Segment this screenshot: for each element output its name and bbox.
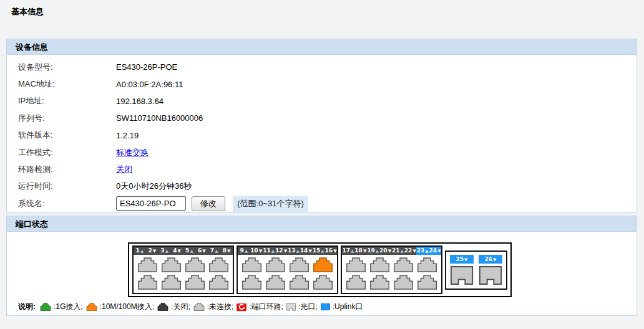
port-label-8: 8▼ <box>220 247 233 255</box>
system-name-hint: (范围:0~31个字符) <box>233 196 308 212</box>
port-label-7: 7▲ <box>208 247 220 255</box>
port-label-12: 12▼ <box>275 247 288 255</box>
legend-label: :Uplink口 <box>333 302 363 312</box>
legend-prefix: 说明: <box>18 302 36 312</box>
port-18-icon <box>346 275 366 290</box>
port-label-22: 22▼ <box>404 247 416 255</box>
fiber-legend-icon <box>286 303 296 311</box>
sfp-group: 25▼26▼ <box>445 250 507 290</box>
system-name-label: 系统名: <box>18 198 116 209</box>
ip-address-value: 192.168.3.64 <box>116 97 163 106</box>
row-serial-number: 序列号: SW110710NB16000006 <box>7 110 637 126</box>
port-label-20: 20▼ <box>379 247 392 255</box>
device-model-value: ES430-26P-POE <box>116 62 177 72</box>
loop-detect-label: 环路检测: <box>18 164 116 175</box>
port-15-icon <box>313 257 333 272</box>
port-1-icon <box>137 257 158 272</box>
loop-detect-link[interactable]: 关闭 <box>116 164 132 174</box>
page-title: 基本信息 <box>11 6 44 17</box>
port-label-4: 4▼ <box>171 247 183 255</box>
port-25-icon <box>450 266 474 285</box>
port-group-1: 1▲2▼3▲4▼5▲6▼7▲8▼ <box>132 246 234 294</box>
port-17-icon <box>346 257 366 272</box>
port-4-icon <box>161 275 182 290</box>
legend-label: :1G接入; <box>54 302 83 312</box>
port-21-icon <box>393 257 414 272</box>
system-name-input[interactable] <box>116 196 186 211</box>
port-label-18: 18▼ <box>354 247 367 255</box>
port-label-14: 14▼ <box>300 247 312 255</box>
port-group-3: 17▲18▼19▲20▼21▲22▼23▲24▼ <box>341 246 442 294</box>
port-label-25: 25▼ <box>450 255 474 264</box>
mac-address-label: MAC地址: <box>18 79 116 90</box>
port-19-icon <box>369 257 390 272</box>
port-label-2: 2▼ <box>146 247 159 255</box>
port-status-section: 端口状态 1▲2▼3▲4▼5▲6▼7▲8▼9▲10▼11▲12▼13▲14▼15… <box>6 216 637 316</box>
legend-item-uplink: :Uplink口 <box>321 302 363 312</box>
port-label-23: 23▲ <box>416 247 429 255</box>
firmware-version-value: 1.2.19 <box>116 131 139 140</box>
row-work-mode: 工作模式: 标准交换 <box>7 144 637 161</box>
port-label-6: 6▼ <box>195 247 208 255</box>
port-label-26: 26▼ <box>479 255 502 264</box>
port-11-icon <box>265 257 286 272</box>
unconnected-legend-icon <box>193 303 205 311</box>
port-label-13: 13▲ <box>288 247 300 255</box>
port-10-icon <box>242 275 262 290</box>
firmware-version-label: 软件版本: <box>18 130 116 141</box>
legend-label: :10M/100M接入; <box>100 302 154 312</box>
legend-label: :关闭; <box>171 302 190 312</box>
work-mode-label: 工作模式: <box>18 147 116 158</box>
legend-item-m100: :10M/100M接入; <box>86 302 154 312</box>
port-label-11: 11▲ <box>263 247 275 255</box>
modify-button[interactable]: 修改 <box>192 196 225 211</box>
legend-label: :端口环路; <box>249 302 283 312</box>
port-16-icon <box>313 275 333 290</box>
g1-legend-icon <box>40 303 51 311</box>
port-label-3: 3▲ <box>159 247 171 255</box>
port-legend: 说明: :1G接入;:10M/100M接入;:关闭;:未连接;:端口环路;:光口… <box>18 302 363 312</box>
port-13-icon <box>289 257 310 272</box>
serial-number-label: 序列号: <box>18 113 116 124</box>
port-24-icon <box>417 275 437 290</box>
work-mode-link[interactable]: 标准交换 <box>116 148 149 157</box>
port-3-icon <box>161 257 182 272</box>
port-9-icon <box>242 257 262 272</box>
device-model-label: 设备型号: <box>18 62 116 73</box>
port-26-icon <box>479 266 502 285</box>
port-12-icon <box>265 275 286 290</box>
ip-address-label: IP地址: <box>18 95 116 107</box>
loop-legend-icon <box>237 303 246 312</box>
port-8-icon <box>208 275 229 290</box>
port-label-1: 1▲ <box>134 247 146 255</box>
port-label-9: 9▲ <box>238 247 250 255</box>
mac-address-value: A0:03:0F:2A:96:11 <box>116 80 183 89</box>
port-label-21: 21▲ <box>392 247 404 255</box>
port-panel: 1▲2▼3▲4▼5▲6▼7▲8▼9▲10▼11▲12▼13▲14▼15▲16▼1… <box>128 242 512 297</box>
port-label-24: 24▼ <box>429 247 441 255</box>
legend-item-fiber: :光口; <box>286 302 318 312</box>
legend-label: :未连接; <box>207 302 234 312</box>
row-firmware-version: 软件版本: 1.2.19 <box>7 127 637 144</box>
port-group-2: 9▲10▼11▲12▼13▲14▼15▲16▼ <box>237 246 338 294</box>
legend-item-g1: :1G接入; <box>40 302 83 312</box>
legend-label: :光口; <box>298 302 318 312</box>
row-device-model: 设备型号: ES430-26P-POE <box>7 59 637 75</box>
port-label-19: 19▲ <box>367 247 379 255</box>
row-mac-address: MAC地址: A0:03:0F:2A:96:11 <box>7 75 637 92</box>
port-20-icon <box>369 275 390 290</box>
port-14-icon <box>289 275 310 290</box>
legend-items: :1G接入;:10M/100M接入;:关闭;:未连接;:端口环路;:光口;:Up… <box>40 302 363 312</box>
row-loop-detect: 环路检测: 关闭 <box>7 161 637 178</box>
legend-item-off: :关闭; <box>157 302 190 312</box>
uplink-legend-icon <box>321 303 330 310</box>
port-status-header: 端口状态 <box>7 216 637 232</box>
m100-legend-icon <box>86 303 97 311</box>
port-label-16: 16▼ <box>324 247 337 255</box>
port-7-icon <box>208 257 229 272</box>
port-5-icon <box>185 257 205 272</box>
serial-number-value: SW110710NB16000006 <box>116 113 203 123</box>
port-label-15: 15▲ <box>312 247 324 255</box>
row-system-name: 系统名: 修改 (范围:0~31个字符) <box>7 195 637 212</box>
legend-item-loop: :端口环路; <box>237 302 283 312</box>
